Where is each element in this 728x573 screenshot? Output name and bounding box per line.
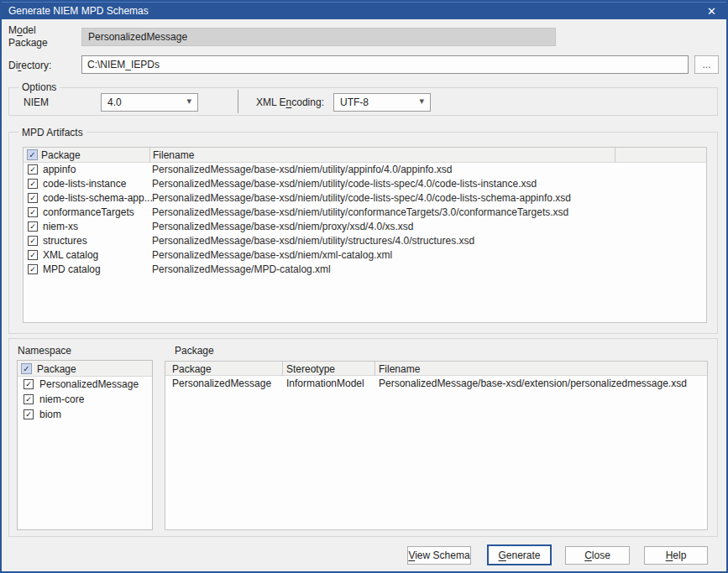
column-divider bbox=[282, 362, 283, 376]
row-checkbox[interactable]: ✓ bbox=[28, 221, 38, 232]
titlebar[interactable]: Generate NIEM MPD Schemas ✕ bbox=[2, 2, 726, 19]
package-cell: MPD catalog bbox=[43, 263, 101, 275]
table-row[interactable]: PersonalizedMessage InformationModel Per… bbox=[165, 376, 707, 391]
xml-encoding-value: UTF-8 bbox=[340, 96, 369, 108]
niem-version-dropdown[interactable]: 4.0 ▾ bbox=[101, 93, 198, 112]
table-row[interactable]: ✓ structures PersonalizedMessage/base-xs… bbox=[24, 234, 706, 248]
row-checkbox[interactable]: ✓ bbox=[28, 207, 38, 217]
package-cell: code-lists-instance bbox=[43, 178, 126, 190]
list-item[interactable]: ✓ PersonalizedMessage bbox=[18, 377, 152, 392]
filename-cell: PersonalizedMessage/MPD-catalog.xml bbox=[152, 263, 331, 275]
filename-cell: PersonalizedMessage/base-xsd/niem/utilit… bbox=[152, 206, 568, 218]
package-cell: niem-xs bbox=[43, 221, 78, 232]
namespace-header: ✓ Package bbox=[18, 361, 152, 377]
filename-cell: PersonalizedMessage/base-xsd/niem/utilit… bbox=[152, 235, 474, 247]
table-row[interactable]: ✓ conformanceTargets PersonalizedMessage… bbox=[24, 206, 706, 220]
browse-button[interactable]: ... bbox=[694, 55, 719, 74]
row-checkbox[interactable]: ✓ bbox=[28, 179, 38, 189]
filename-column-header: Filename bbox=[153, 149, 194, 161]
package-rows: PersonalizedMessage InformationModel Per… bbox=[165, 376, 707, 391]
mpd-artifacts-rows: ✓ appinfo PersonalizedMessage/base-xsd/n… bbox=[24, 163, 706, 277]
table-row[interactable]: ✓ code-lists-instance PersonalizedMessag… bbox=[24, 177, 706, 191]
package-label: Package bbox=[175, 345, 214, 357]
column-divider bbox=[374, 362, 375, 376]
niem-version-value: 4.0 bbox=[107, 96, 122, 108]
filename-cell: PersonalizedMessage/base-xsd/extension/p… bbox=[379, 378, 687, 389]
stereotype-column-header: Stereotype bbox=[286, 363, 335, 375]
column-divider bbox=[615, 148, 615, 163]
options-group-label: Options bbox=[18, 81, 60, 93]
mpd-artifacts-header: ✓ Package Filename bbox=[24, 148, 706, 163]
select-all-checkbox[interactable]: ✓ bbox=[21, 363, 32, 374]
package-column-header: Package bbox=[41, 149, 81, 161]
package-column-header: Package bbox=[37, 363, 76, 375]
table-row[interactable]: ✓ appinfo PersonalizedMessage/base-xsd/n… bbox=[24, 163, 706, 177]
mpd-artifacts-table: ✓ Package Filename ✓ appinfo Personalize… bbox=[23, 147, 707, 323]
help-button[interactable]: Help bbox=[644, 546, 708, 565]
table-row[interactable]: ✓ XML catalog PersonalizedMessage/base-x… bbox=[24, 248, 706, 263]
directory-input[interactable] bbox=[81, 55, 689, 74]
view-schema-button[interactable]: View Schema bbox=[407, 546, 471, 565]
table-row[interactable]: ✓ niem-xs PersonalizedMessage/base-xsd/n… bbox=[24, 220, 706, 234]
stereotype-cell: InformationModel bbox=[286, 378, 364, 389]
model-package-field: PersonalizedMessage bbox=[81, 28, 556, 46]
namespace-name: niem-core bbox=[39, 393, 84, 405]
row-checkbox[interactable]: ✓ bbox=[24, 379, 34, 389]
filename-cell: PersonalizedMessage/base-xsd/niem/utilit… bbox=[152, 178, 537, 190]
directory-label: Directory: bbox=[8, 60, 51, 71]
generate-niem-mpd-schemas-dialog: Generate NIEM MPD Schemas ✕ Model Packag… bbox=[0, 0, 728, 573]
package-column-header: Package bbox=[172, 363, 212, 375]
row-checkbox[interactable]: ✓ bbox=[28, 264, 38, 274]
close-button[interactable]: Close bbox=[565, 546, 630, 565]
list-item[interactable]: ✓ niem-core bbox=[18, 392, 152, 407]
namespace-rows: ✓ PersonalizedMessage ✓ niem-core ✓ biom bbox=[18, 377, 152, 422]
niem-label: NIEM bbox=[24, 96, 49, 108]
mpd-artifacts-group-label: MPD Artifacts bbox=[18, 127, 86, 138]
model-package-label: Model Package bbox=[8, 24, 69, 49]
select-all-checkbox[interactable]: ✓ bbox=[27, 149, 38, 160]
row-checkbox[interactable]: ✓ bbox=[24, 409, 34, 419]
namespace-list: ✓ Package ✓ PersonalizedMessage ✓ niem-c… bbox=[17, 360, 153, 530]
package-cell: PersonalizedMessage bbox=[172, 378, 271, 389]
window-title: Generate NIEM MPD Schemas bbox=[8, 5, 149, 17]
row-checkbox[interactable]: ✓ bbox=[28, 193, 38, 203]
xml-encoding-dropdown[interactable]: UTF-8 ▾ bbox=[333, 93, 431, 112]
chevron-down-icon: ▾ bbox=[419, 96, 424, 107]
package-cell: structures bbox=[43, 235, 87, 247]
table-row[interactable]: ✓ MPD catalog PersonalizedMessage/MPD-ca… bbox=[24, 263, 706, 277]
namespace-name: biom bbox=[39, 409, 61, 420]
filename-column-header: Filename bbox=[379, 363, 420, 375]
filename-cell: PersonalizedMessage/base-xsd/niem/xml-ca… bbox=[152, 249, 392, 261]
filename-cell: PersonalizedMessage/base-xsd/niem/proxy/… bbox=[152, 221, 413, 232]
list-item[interactable]: ✓ biom bbox=[18, 407, 152, 422]
column-divider bbox=[149, 148, 150, 163]
row-checkbox[interactable]: ✓ bbox=[24, 394, 34, 404]
filename-cell: PersonalizedMessage/base-xsd/niem/utilit… bbox=[152, 164, 453, 175]
row-checkbox[interactable]: ✓ bbox=[28, 250, 38, 260]
table-row[interactable]: ✓ code-lists-schema-app... PersonalizedM… bbox=[24, 191, 706, 206]
chevron-down-icon: ▾ bbox=[186, 96, 191, 107]
namespace-name: PersonalizedMessage bbox=[39, 378, 139, 390]
package-cell: XML catalog bbox=[43, 249, 98, 261]
package-cell: appinfo bbox=[43, 164, 76, 175]
namespace-label: Namespace bbox=[18, 345, 71, 357]
row-checkbox[interactable]: ✓ bbox=[28, 164, 38, 175]
package-table: Package Stereotype Filename Personalized… bbox=[165, 361, 708, 530]
generate-button[interactable]: Generate bbox=[487, 544, 552, 565]
package-table-header: Package Stereotype Filename bbox=[165, 362, 707, 376]
package-cell: code-lists-schema-app... bbox=[43, 192, 153, 204]
row-checkbox[interactable]: ✓ bbox=[28, 236, 38, 246]
xml-encoding-label: XML Encoding: bbox=[256, 96, 324, 108]
options-divider bbox=[238, 90, 238, 113]
package-cell: conformanceTargets bbox=[43, 206, 134, 218]
filename-cell: PersonalizedMessage/base-xsd/niem/utilit… bbox=[152, 192, 571, 204]
close-icon[interactable]: ✕ bbox=[707, 4, 716, 18]
